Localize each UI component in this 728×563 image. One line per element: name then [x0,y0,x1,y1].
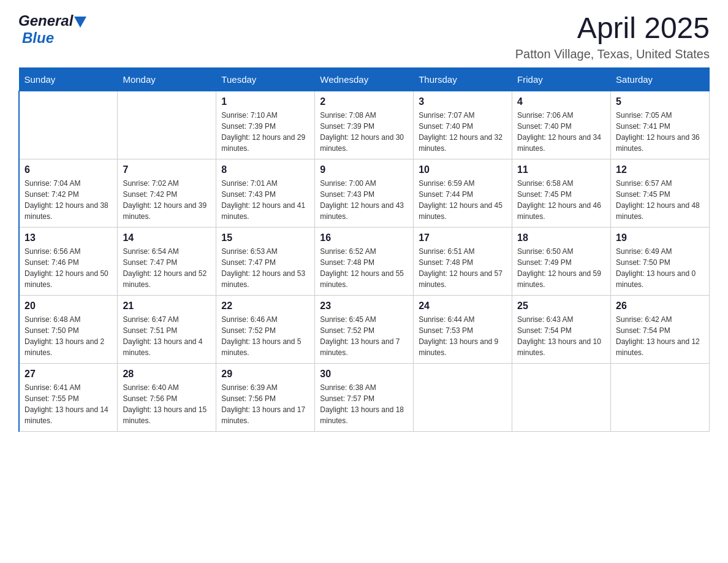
day-info: Sunrise: 6:49 AMSunset: 7:50 PMDaylight:… [616,246,704,290]
day-info: Sunrise: 6:51 AMSunset: 7:48 PMDaylight:… [419,246,507,290]
calendar-cell: 17Sunrise: 6:51 AMSunset: 7:48 PMDayligh… [414,227,512,295]
day-number: 5 [616,96,704,107]
day-info: Sunrise: 6:44 AMSunset: 7:53 PMDaylight:… [419,314,507,358]
day-number: 15 [221,232,309,243]
day-info: Sunrise: 7:01 AMSunset: 7:43 PMDaylight:… [221,178,309,222]
weekday-header-tuesday: Tuesday [216,67,315,91]
weekday-header-saturday: Saturday [611,67,710,91]
calendar-cell: 10Sunrise: 6:59 AMSunset: 7:44 PMDayligh… [414,159,512,227]
header-right: April 2025 Patton Village, Texas, United… [515,12,710,61]
calendar-cell: 13Sunrise: 6:56 AMSunset: 7:46 PMDayligh… [19,227,118,295]
calendar-subtitle: Patton Village, Texas, United States [515,47,710,61]
calendar-cell: 24Sunrise: 6:44 AMSunset: 7:53 PMDayligh… [414,295,512,363]
weekday-header-friday: Friday [512,67,611,91]
svg-marker-0 [74,17,86,28]
day-info: Sunrise: 6:38 AMSunset: 7:57 PMDaylight:… [320,382,408,426]
day-info: Sunrise: 6:47 AMSunset: 7:51 PMDaylight:… [123,314,211,358]
day-number: 13 [25,232,112,243]
day-number: 6 [25,164,112,175]
day-number: 29 [221,369,309,380]
calendar-cell: 23Sunrise: 6:45 AMSunset: 7:52 PMDayligh… [315,295,414,363]
day-info: Sunrise: 7:07 AMSunset: 7:40 PMDaylight:… [419,110,507,154]
calendar-cell: 19Sunrise: 6:49 AMSunset: 7:50 PMDayligh… [611,227,710,295]
page-header: General Blue April 2025 Patton Village, … [18,12,710,61]
day-number: 2 [320,96,408,107]
day-info: Sunrise: 6:46 AMSunset: 7:52 PMDaylight:… [221,314,309,358]
calendar-body: 1Sunrise: 7:10 AMSunset: 7:39 PMDaylight… [19,91,710,431]
day-number: 19 [616,232,704,243]
day-number: 14 [123,232,211,243]
day-number: 3 [419,96,507,107]
weekday-header-wednesday: Wednesday [315,67,414,91]
day-info: Sunrise: 6:54 AMSunset: 7:47 PMDaylight:… [123,246,211,290]
calendar-cell [19,91,118,159]
weekday-header-monday: Monday [118,67,216,91]
calendar-cell: 15Sunrise: 6:53 AMSunset: 7:47 PMDayligh… [216,227,315,295]
day-number: 23 [320,301,408,312]
day-number: 21 [123,301,211,312]
calendar-cell: 18Sunrise: 6:50 AMSunset: 7:49 PMDayligh… [512,227,611,295]
day-info: Sunrise: 7:10 AMSunset: 7:39 PMDaylight:… [221,110,309,154]
calendar-cell: 30Sunrise: 6:38 AMSunset: 7:57 PMDayligh… [315,363,414,431]
day-number: 8 [221,164,309,175]
calendar-cell: 5Sunrise: 7:05 AMSunset: 7:41 PMDaylight… [611,91,710,159]
calendar-header: SundayMondayTuesdayWednesdayThursdayFrid… [19,67,710,91]
calendar-cell: 21Sunrise: 6:47 AMSunset: 7:51 PMDayligh… [118,295,216,363]
day-number: 28 [123,369,211,380]
day-info: Sunrise: 7:04 AMSunset: 7:42 PMDaylight:… [25,178,112,222]
day-number: 22 [221,301,309,312]
day-info: Sunrise: 6:56 AMSunset: 7:46 PMDaylight:… [25,246,112,290]
day-info: Sunrise: 7:02 AMSunset: 7:42 PMDaylight:… [123,178,211,222]
day-info: Sunrise: 7:06 AMSunset: 7:40 PMDaylight:… [517,110,605,154]
day-info: Sunrise: 6:39 AMSunset: 7:56 PMDaylight:… [221,382,309,426]
calendar-cell: 14Sunrise: 6:54 AMSunset: 7:47 PMDayligh… [118,227,216,295]
calendar-cell: 22Sunrise: 6:46 AMSunset: 7:52 PMDayligh… [216,295,315,363]
logo: General Blue [18,12,86,47]
day-number: 20 [25,301,112,312]
day-number: 10 [419,164,507,175]
calendar-cell: 16Sunrise: 6:52 AMSunset: 7:48 PMDayligh… [315,227,414,295]
week-row-5: 27Sunrise: 6:41 AMSunset: 7:55 PMDayligh… [19,363,710,431]
day-number: 24 [419,301,507,312]
week-row-3: 13Sunrise: 6:56 AMSunset: 7:46 PMDayligh… [19,227,710,295]
calendar-cell [118,91,216,159]
day-number: 30 [320,369,408,380]
day-number: 26 [616,301,704,312]
logo-general-text: General [18,12,73,29]
day-number: 1 [221,96,309,107]
logo-blue-text: Blue [22,29,54,47]
calendar-table: SundayMondayTuesdayWednesdayThursdayFrid… [18,67,710,432]
week-row-2: 6Sunrise: 7:04 AMSunset: 7:42 PMDaylight… [19,159,710,227]
calendar-cell: 1Sunrise: 7:10 AMSunset: 7:39 PMDaylight… [216,91,315,159]
day-number: 12 [616,164,704,175]
day-number: 11 [517,164,605,175]
day-number: 16 [320,232,408,243]
calendar-cell: 4Sunrise: 7:06 AMSunset: 7:40 PMDaylight… [512,91,611,159]
weekday-header-thursday: Thursday [414,67,512,91]
calendar-cell [414,363,512,431]
day-info: Sunrise: 6:57 AMSunset: 7:45 PMDaylight:… [616,178,704,222]
calendar-cell: 7Sunrise: 7:02 AMSunset: 7:42 PMDaylight… [118,159,216,227]
calendar-cell: 6Sunrise: 7:04 AMSunset: 7:42 PMDaylight… [19,159,118,227]
day-info: Sunrise: 7:08 AMSunset: 7:39 PMDaylight:… [320,110,408,154]
day-info: Sunrise: 6:43 AMSunset: 7:54 PMDaylight:… [517,314,605,358]
calendar-cell: 27Sunrise: 6:41 AMSunset: 7:55 PMDayligh… [19,363,118,431]
calendar-cell: 29Sunrise: 6:39 AMSunset: 7:56 PMDayligh… [216,363,315,431]
day-number: 9 [320,164,408,175]
day-info: Sunrise: 6:48 AMSunset: 7:50 PMDaylight:… [25,314,112,358]
calendar-cell: 26Sunrise: 6:42 AMSunset: 7:54 PMDayligh… [611,295,710,363]
day-number: 25 [517,301,605,312]
calendar-cell [512,363,611,431]
weekday-row: SundayMondayTuesdayWednesdayThursdayFrid… [19,67,710,91]
day-info: Sunrise: 6:58 AMSunset: 7:45 PMDaylight:… [517,178,605,222]
calendar-cell: 11Sunrise: 6:58 AMSunset: 7:45 PMDayligh… [512,159,611,227]
day-info: Sunrise: 6:59 AMSunset: 7:44 PMDaylight:… [419,178,507,222]
day-number: 18 [517,232,605,243]
day-info: Sunrise: 6:52 AMSunset: 7:48 PMDaylight:… [320,246,408,290]
day-info: Sunrise: 6:45 AMSunset: 7:52 PMDaylight:… [320,314,408,358]
week-row-1: 1Sunrise: 7:10 AMSunset: 7:39 PMDaylight… [19,91,710,159]
calendar-cell: 25Sunrise: 6:43 AMSunset: 7:54 PMDayligh… [512,295,611,363]
day-number: 27 [25,369,112,380]
day-info: Sunrise: 6:41 AMSunset: 7:55 PMDaylight:… [25,382,112,426]
calendar-cell [611,363,710,431]
